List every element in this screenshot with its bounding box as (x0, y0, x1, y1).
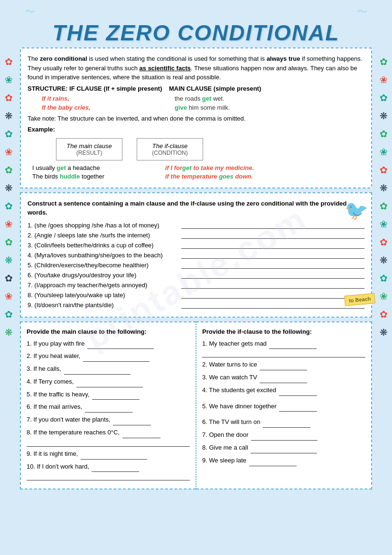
exercise1-answer-3 (181, 241, 364, 249)
col-right-item-1: 1. My teacher gets mad (202, 339, 365, 358)
flowers-right-decoration: ✿ ❀ ✿ ❋ ✿ ❀ ✿ ❋ ✿ ❀ ✿ ❋ ✿ ❀ ✿ ❋ (377, 57, 390, 337)
if-clause-rains: If it rains, (42, 95, 146, 102)
exercise1-item-1: 1. (she /goes shopping /she /has a lot o… (28, 221, 364, 229)
always-true-bold: always true (267, 55, 300, 62)
main-clause-cries: give him some milk. (175, 104, 230, 111)
col-right-item-6: 6. The TV will turn on (202, 417, 365, 428)
exercise1-prompt-3: 3. (Colin/feels better/he/drinks a cup o… (28, 242, 179, 249)
intro-paragraph: The zero conditional is used when statin… (28, 54, 364, 82)
col-left-item-3: 3. If he calls, (27, 364, 190, 375)
structure-line: STRUCTURE: IF CLAUSE (If + simple presen… (28, 85, 364, 92)
flower-icon: ❋ (380, 328, 388, 337)
exercise1-answer-2 (181, 231, 364, 239)
col-right-item-2: 2. Water turns to ice (202, 360, 365, 370)
flower-icon: ✿ (5, 93, 13, 103)
if-it-rains: If it rains, (42, 95, 69, 102)
title-area: THE ZERO CONDITIONAL (20, 16, 372, 47)
exercise1-item-8: 8. (You/sleep late/you/wake up late) (28, 291, 364, 299)
left-answer-5 (92, 390, 140, 400)
left-answer-3 (64, 364, 131, 375)
col-left-item-4: 4. If Terry comes, (27, 377, 190, 387)
flower-icon: ✿ (5, 201, 13, 211)
inv1-right: if I forget to take my medicine. (165, 164, 254, 171)
exercise1-prompt-5: 5. (Children/exercise/they/become health… (28, 262, 179, 269)
exercise2-right-col: Provide the if-clause to the following: … (196, 321, 372, 490)
flower-icon: ❀ (380, 147, 388, 157)
col-left-item-10: 10. If I don't work hard, (27, 462, 190, 481)
exercise1-item-2: 2. (Angie / sleeps late she /surfs the i… (28, 231, 364, 239)
flower-icon: ❋ (380, 255, 388, 265)
flower-icon: ✿ (380, 93, 388, 103)
example-if-cries: If the baby cries, give him some milk. (42, 104, 364, 111)
right-answer-8 (251, 443, 317, 453)
exercise1-prompt-4: 4. (Myra/loves sunbathing/she/goes to th… (28, 252, 179, 259)
structure-label: STRUCTURE: IF CLAUSE (If + simple presen… (28, 85, 261, 92)
left-answer-6 (85, 402, 132, 413)
right-answer-9 (249, 456, 297, 466)
main-clause-box-sub: (RESULT) (65, 150, 113, 156)
col-left-item-8: 8. If the temperature reaches 0°C, (27, 428, 190, 447)
inv2-right: if the temperature goes down. (165, 173, 253, 180)
inv1-left: I usually get a headache (32, 164, 146, 171)
flower-icon: ✿ (380, 129, 388, 139)
flower-icon: ❀ (380, 219, 388, 229)
main-content: 〜 〜 THE ZERO CONDITIONAL The zero condit… (20, 5, 372, 489)
inv-example-2: The birds huddle together if the tempera… (32, 173, 364, 180)
col-right-item-3: 3. We can watch TV (202, 373, 365, 383)
inv2-left: The birds huddle together (32, 173, 146, 180)
left-answer-10 (92, 462, 139, 472)
if-clause-cries: If the baby cries, (42, 104, 146, 111)
flower-icon: ❀ (380, 75, 388, 85)
example-label: Example: (28, 125, 364, 134)
inv-example-1: I usually get a headache if I forget to … (32, 164, 364, 171)
right-answer-1-line2 (202, 350, 365, 357)
exercise1-section: Construct a sentence containing a main c… (20, 192, 372, 318)
theory-section: The zero conditional is used when statin… (20, 47, 372, 188)
flower-icon: ✿ (380, 237, 388, 247)
exercise1-prompt-1: 1. (she /goes shopping /she /has a lot o… (28, 222, 179, 229)
left-answer-8 (122, 428, 160, 438)
main-clause-box-title: The main clause (65, 142, 113, 150)
if-forget: if I forget to take my medicine. (165, 164, 254, 171)
get-inverted: get (182, 164, 192, 171)
get-verb-inv1: get (56, 164, 66, 171)
exercise1-prompt-7: 7. (I/approach my teacher/he/gets annoye… (28, 282, 179, 289)
right-answer-2 (260, 360, 307, 370)
left-answer-7 (113, 415, 151, 425)
exercise1-answer-9 (181, 301, 364, 309)
flower-icon: ❋ (380, 111, 388, 121)
main-clause-rains: the roads get wet. (175, 95, 224, 102)
exercise2-left-col: Provide the main clause to the following… (20, 321, 196, 490)
exercise1-prompt-6: 6. (You/take drugs/you/destroy your life… (28, 272, 179, 279)
zero-conditional-bold: zero conditional (40, 55, 87, 62)
flower-icon: ❋ (5, 111, 13, 121)
example-if-rains: If it rains, the roads get wet. (42, 95, 364, 102)
left-answer-8-line2 (27, 439, 190, 447)
exercise1-answer-4 (181, 251, 364, 259)
flower-icon: ❀ (380, 292, 388, 301)
flower-icon: ✿ (380, 273, 388, 283)
exercise1-item-4: 4. (Myra/loves sunbathing/she/goes to th… (28, 251, 364, 259)
exercise2-left-title: Provide the main clause to the following… (27, 328, 190, 335)
invert-note: Take note: The structure can be inverted… (28, 114, 364, 123)
right-answer-3 (260, 373, 307, 383)
col-right-item-9: 9. We sleep late (202, 456, 365, 466)
flower-icon: ❋ (5, 328, 13, 337)
flower-icon: ❀ (5, 219, 13, 229)
exercise2-right-title: Provide the if-clause to the following: (202, 328, 365, 335)
right-answer-6 (263, 417, 310, 428)
col-left-item-7: 7. If you don't water the plants, (27, 415, 190, 425)
flowers-left-decoration: ✿ ❀ ✿ ❋ ✿ ❀ ✿ ❋ ✿ ❀ ✿ ❋ ✿ ❀ ✿ ❋ (2, 57, 15, 337)
exercise1-title: Construct a sentence containing a main c… (28, 199, 364, 217)
exercise1-prompt-8: 8. (You/sleep late/you/wake up late) (28, 292, 179, 299)
scientific-facts-bold: as scientific facts (140, 65, 191, 72)
flower-icon: ❀ (5, 75, 13, 85)
exercise1-item-6: 6. (You/take drugs/you/destroy your life… (28, 271, 364, 279)
boxes-row: The main clause (RESULT) The if-clause (… (56, 138, 364, 160)
exercise1-item-7: 7. (I/approach my teacher/he/gets annoye… (28, 281, 364, 289)
exercise1-prompt-9: 9. (It/doesn't rain/the plants/die) (28, 301, 179, 309)
exercise1-answer-6 (181, 271, 364, 279)
left-answer-10-line2 (27, 473, 190, 480)
flower-icon: ✿ (5, 57, 13, 66)
flower-icon: ✿ (5, 237, 13, 247)
